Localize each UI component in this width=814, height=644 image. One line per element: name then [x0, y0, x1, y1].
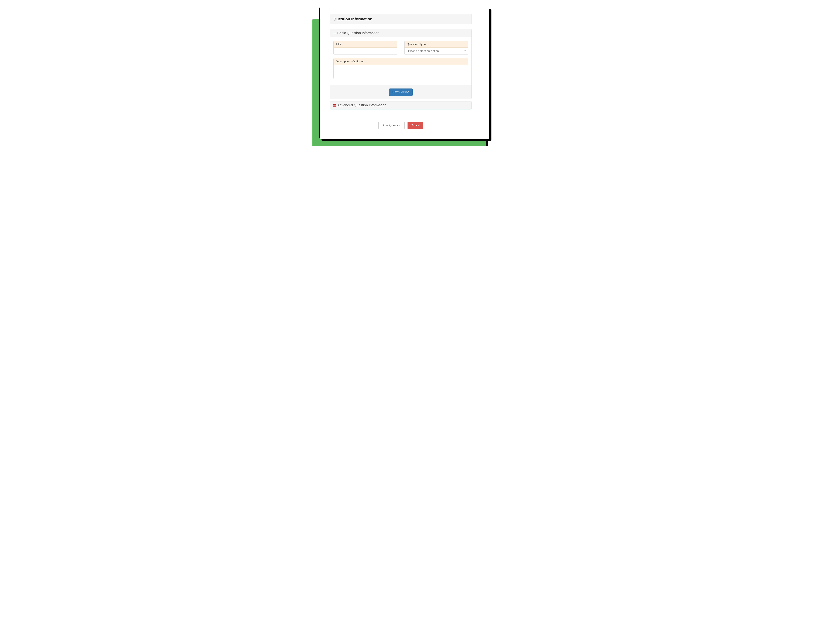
next-section-bar: Next Section	[330, 86, 472, 99]
save-question-button[interactable]: Save Question	[379, 122, 405, 129]
question-form-card: Question Information Basic Question Info…	[319, 7, 489, 139]
hamburger-icon	[333, 104, 336, 107]
description-input-wrap	[334, 65, 468, 79]
question-type-select[interactable]: Please select an option...	[405, 48, 468, 55]
advanced-info-section: Advanced Question Information	[330, 101, 472, 109]
hamburger-icon	[333, 32, 336, 34]
page-header: Question Information	[330, 14, 472, 24]
basic-info-header[interactable]: Basic Question Information	[330, 29, 472, 37]
title-input-wrap	[334, 48, 397, 54]
next-section-button[interactable]: Next Section	[389, 89, 412, 96]
row-title-type: Title Question Type Please select an opt…	[333, 41, 468, 55]
basic-info-body: Title Question Type Please select an opt…	[330, 37, 472, 99]
description-textarea[interactable]	[334, 65, 468, 78]
description-column: Description (Optional)	[333, 58, 468, 79]
question-type-label: Question Type	[405, 41, 468, 48]
footer-actions: Save Question Cancel	[330, 122, 472, 129]
basic-info-section: Basic Question Information Title	[330, 29, 472, 99]
basic-info-title: Basic Question Information	[337, 31, 379, 35]
form-layered-container: Question Information Basic Question Info…	[319, 7, 495, 139]
title-field-wrap: Title	[333, 41, 397, 55]
cancel-button[interactable]: Cancel	[408, 122, 423, 129]
advanced-info-header[interactable]: Advanced Question Information	[330, 101, 472, 109]
question-type-select-wrap: Please select an option...	[405, 48, 468, 55]
title-label: Title	[334, 41, 397, 48]
description-label: Description (Optional)	[334, 58, 468, 65]
type-column: Question Type Please select an option...	[405, 41, 468, 55]
title-column: Title	[333, 41, 397, 55]
row-description: Description (Optional)	[333, 58, 468, 79]
description-field-wrap: Description (Optional)	[333, 58, 468, 79]
page-title: Question Information	[333, 17, 372, 21]
question-type-field-wrap: Question Type Please select an option...	[405, 41, 468, 55]
title-input[interactable]	[334, 48, 397, 54]
advanced-info-title: Advanced Question Information	[337, 103, 386, 107]
